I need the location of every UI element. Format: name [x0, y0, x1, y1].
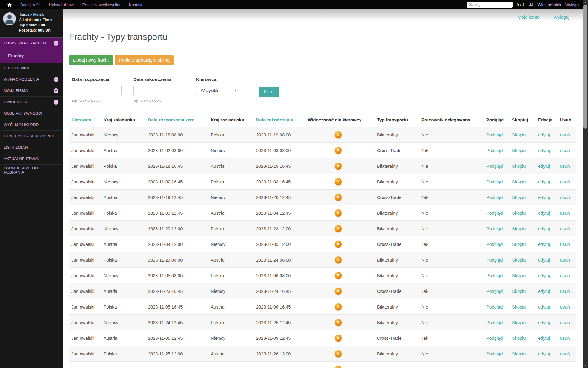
edit-link[interactable]: edytuj	[538, 195, 550, 200]
filter-button[interactable]: Filtruj	[259, 87, 279, 97]
visibility-hidden-icon[interactable]: ✕	[335, 163, 342, 170]
visibility-hidden-icon[interactable]: ✕	[335, 288, 342, 295]
copy-link[interactable]: Skopiuj	[512, 179, 527, 184]
scrollbar-thumb[interactable]	[583, 5, 587, 129]
preview-link[interactable]: Podgląd	[486, 336, 503, 341]
expand-plus-icon[interactable]: +	[54, 88, 58, 93]
edit-link[interactable]: edytuj	[538, 258, 550, 263]
preview-link[interactable]: Podgląd	[486, 132, 503, 137]
sidebar-item-logistyka-frachtu[interactable]: LOGISTYKA FRACHTU+	[0, 38, 63, 49]
sidebar-subitem-frachty[interactable]: Frachty	[0, 49, 63, 63]
copy-link[interactable]: Skopiuj	[512, 351, 527, 356]
menu-contact[interactable]: Kontakt	[129, 2, 142, 7]
copy-link[interactable]: Skopiuj	[512, 132, 527, 137]
preview-link[interactable]: Podgląd	[486, 258, 503, 263]
copy-link[interactable]: Skopiuj	[512, 320, 527, 325]
edit-link[interactable]: edytuj	[538, 164, 550, 169]
preview-link[interactable]: Podgląd	[486, 242, 503, 247]
copy-link[interactable]: Skopiuj	[512, 273, 527, 278]
visibility-hidden-icon[interactable]: ✕	[335, 350, 342, 357]
copy-link[interactable]: Skopiuj	[512, 305, 527, 309]
delete-link[interactable]: usuń	[560, 132, 570, 137]
logout-link-topbar[interactable]: Wyloguj	[565, 2, 579, 7]
edit-link[interactable]: edytuj	[538, 211, 550, 216]
menu-upload-files[interactable]: Upload plików	[49, 2, 74, 7]
sidebar-item-urlop-wka[interactable]: URLOPÓWKA	[0, 63, 63, 74]
visibility-hidden-icon[interactable]: ✕	[335, 303, 342, 310]
delete-link[interactable]: usuń	[560, 289, 570, 294]
expand-plus-icon[interactable]: +	[54, 41, 58, 46]
edit-link[interactable]: edytuj	[538, 336, 550, 341]
preview-link[interactable]: Podgląd	[486, 289, 503, 294]
sidebar-item-ewidencja[interactable]: EWIDENCJA+	[0, 97, 63, 108]
visibility-hidden-icon[interactable]: ✕	[335, 272, 342, 279]
preview-link[interactable]: Podgląd	[486, 195, 503, 200]
visibility-hidden-icon[interactable]: ✕	[335, 209, 342, 217]
preview-link[interactable]: Podgląd	[486, 148, 503, 153]
visibility-hidden-icon[interactable]: ✕	[335, 178, 342, 185]
end-date-input[interactable]	[133, 86, 183, 95]
edit-link[interactable]: edytuj	[538, 273, 550, 278]
copy-link[interactable]: Skopiuj	[512, 195, 527, 200]
visibility-hidden-icon[interactable]: ✕	[335, 131, 342, 138]
copy-link[interactable]: Skopiuj	[512, 336, 527, 341]
visibility-hidden-icon[interactable]: ✕	[335, 319, 342, 326]
edit-link[interactable]: edytuj	[538, 242, 550, 247]
edit-link[interactable]: edytuj	[538, 132, 550, 137]
sidebar-item-aktualne-stawki[interactable]: AKTUALNE STAWKI	[0, 153, 63, 165]
vertical-scrollbar[interactable]: ▲ ▼	[583, 0, 588, 368]
sidebar-item-generator-kluczy-pfx[interactable]: GENERATOR KLUCZY PFX	[0, 131, 63, 142]
start-date-input[interactable]	[72, 86, 122, 95]
preview-link[interactable]: Podgląd	[486, 367, 503, 368]
delete-link[interactable]: usuń	[560, 336, 570, 341]
copy-link[interactable]: Skopiuj	[512, 164, 527, 169]
preview-link[interactable]: Podgląd	[486, 305, 503, 309]
edit-link[interactable]: edytuj	[538, 367, 550, 368]
edit-link[interactable]: edytuj	[538, 179, 550, 184]
copy-link[interactable]: Skopiuj	[512, 148, 527, 153]
expand-plus-icon[interactable]: +	[54, 100, 58, 105]
sort-link-data-rozpocz-cia-zero[interactable]: Data rozpoczęcia zero	[148, 117, 194, 122]
sidebar-item-formularze-do-pobrania[interactable]: FORMULARZE DO POBRANIA	[0, 165, 63, 176]
edit-link[interactable]: edytuj	[538, 148, 550, 153]
sidebar-item-wynagrodzenia[interactable]: WYNAGRODZENIA+	[0, 74, 63, 85]
driver-select[interactable]: -Wszystkie- ▼	[196, 86, 240, 95]
delete-link[interactable]: usuń	[560, 305, 570, 309]
preview-link[interactable]: Podgląd	[486, 320, 503, 325]
preview-link[interactable]: Podgląd	[486, 164, 503, 169]
expand-plus-icon[interactable]: +	[54, 77, 58, 82]
visibility-hidden-icon[interactable]: ✕	[335, 241, 342, 248]
preview-link[interactable]: Podgląd	[486, 211, 503, 216]
add-freight-button[interactable]: Dodaj nowy fracht	[69, 55, 113, 65]
visibility-hidden-icon[interactable]: ✕	[335, 335, 342, 342]
sort-link-kierowca[interactable]: Kierowca	[71, 117, 91, 122]
preview-link[interactable]: Podgląd	[486, 273, 503, 278]
edit-link[interactable]: edytuj	[538, 320, 550, 325]
scroll-up-icon[interactable]: ▲	[583, 0, 588, 4]
menu-switch-user[interactable]: Przełącz użytkownika	[82, 2, 120, 7]
edit-link[interactable]: edytuj	[538, 226, 550, 231]
logout-link-band[interactable]: Wyloguj	[554, 15, 569, 20]
copy-link[interactable]: Skopiuj	[512, 289, 527, 294]
delete-link[interactable]: usuń	[560, 179, 570, 184]
sort-link-data-zako-czenia[interactable]: Data zakończenia	[256, 117, 293, 122]
delete-link[interactable]: usuń	[560, 195, 570, 200]
copy-link[interactable]: Skopiuj	[512, 258, 527, 263]
visibility-hidden-icon[interactable]: ✕	[335, 147, 342, 154]
sidebar-item-lista-zmian[interactable]: LISTA ZMIAN	[0, 142, 63, 153]
delete-link[interactable]: usuń	[560, 320, 570, 325]
delete-link[interactable]: usuń	[560, 148, 570, 153]
delete-link[interactable]: usuń	[560, 367, 570, 368]
scroll-down-icon[interactable]: ▼	[583, 363, 588, 367]
preview-link[interactable]: Podgląd	[486, 179, 503, 184]
download-mobile-app-button[interactable]: Pobierz aplikację mobilną	[115, 55, 174, 65]
menu-add-content[interactable]: Dodaj treść	[20, 2, 40, 7]
delete-link[interactable]: usuń	[560, 351, 570, 356]
preview-link[interactable]: Podgląd	[486, 226, 503, 231]
delete-link[interactable]: usuń	[560, 242, 570, 247]
delete-link[interactable]: usuń	[560, 164, 570, 169]
edit-link[interactable]: edytuj	[538, 305, 550, 309]
edit-link[interactable]: edytuj	[538, 289, 550, 294]
preview-link[interactable]: Podgląd	[486, 351, 503, 356]
copy-link[interactable]: Skopiuj	[512, 242, 527, 247]
